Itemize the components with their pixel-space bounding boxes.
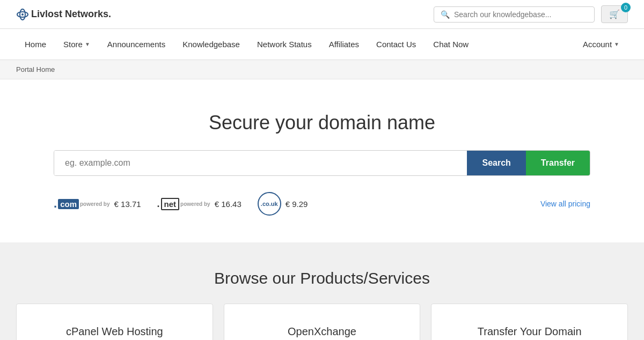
nav-item-knowledgebase[interactable]: Knowledgebase bbox=[174, 29, 248, 60]
nav-label-affiliates: Affiliates bbox=[329, 40, 359, 49]
product-card-openxchange: OpenXchange OX App Suite is powerful Ema… bbox=[224, 304, 421, 340]
nav-label-chat-now: Chat Now bbox=[433, 40, 469, 49]
nav-label-knowledgebase: Knowledgebase bbox=[182, 40, 240, 49]
cart-button[interactable]: 🛒 0 bbox=[601, 5, 628, 23]
knowledgebase-search[interactable]: 🔍 bbox=[434, 6, 595, 23]
product-title-cpanel: cPanel Web Hosting bbox=[33, 326, 196, 338]
svg-point-2 bbox=[21, 13, 24, 16]
net-suffix: powered by bbox=[180, 201, 210, 207]
nav-label-contact-us: Contact Us bbox=[376, 40, 416, 49]
nav-label-store: Store bbox=[63, 40, 83, 49]
hero-section: Secure your domain name Search Transfer … bbox=[0, 79, 644, 242]
nav-item-network-status[interactable]: Network Status bbox=[248, 29, 320, 60]
nav-label-network-status: Network Status bbox=[257, 40, 312, 49]
nav-item-store[interactable]: Store ▼ bbox=[55, 29, 99, 60]
price-net: € 16.43 bbox=[215, 199, 241, 209]
net-dot: . bbox=[157, 198, 160, 210]
nav-label-home: Home bbox=[25, 40, 46, 49]
hero-title: Secure your domain name bbox=[16, 112, 628, 134]
nav-item-announcements[interactable]: Announcements bbox=[99, 29, 174, 60]
pricing-item-couk: .co.uk € 9.29 bbox=[258, 192, 308, 216]
tld-badge-couk: .co.uk bbox=[258, 192, 281, 216]
chevron-down-icon-account: ▼ bbox=[614, 41, 619, 47]
search-icon: 🔍 bbox=[441, 10, 450, 19]
product-title-transfer: Transfer Your Domain bbox=[448, 326, 611, 338]
view-all-pricing-link[interactable]: View all pricing bbox=[540, 199, 590, 208]
com-text: com bbox=[58, 199, 79, 209]
com-suffix: powered by bbox=[80, 201, 110, 207]
tld-pricing-row: .com powered by € 13.71 .net powered by … bbox=[54, 187, 590, 221]
knowledgebase-search-input[interactable] bbox=[454, 10, 588, 19]
domain-search-box: Search Transfer bbox=[54, 150, 590, 176]
pricing-item-com: .com powered by € 13.71 bbox=[54, 197, 141, 211]
breadcrumb-label: Portal Home bbox=[16, 65, 55, 73]
nav-label-account: Account bbox=[583, 40, 612, 49]
nav-item-chat-now[interactable]: Chat Now bbox=[425, 29, 477, 60]
net-text: net bbox=[161, 198, 180, 210]
header-right: 🔍 🛒 0 bbox=[434, 5, 628, 23]
product-title-openxchange: OpenXchange bbox=[240, 326, 404, 338]
nav-item-contact-us[interactable]: Contact Us bbox=[368, 29, 425, 60]
domain-search-input[interactable] bbox=[54, 151, 467, 175]
tld-badge-net: .net powered by bbox=[157, 198, 210, 210]
tld-badge-com: .com powered by bbox=[54, 197, 110, 211]
nav-item-home[interactable]: Home bbox=[16, 29, 55, 60]
products-section: Browse our Products/Services cPanel Web … bbox=[0, 242, 644, 340]
chevron-down-icon: ▼ bbox=[85, 41, 90, 47]
logo-text: Livlost Networks. bbox=[31, 9, 111, 20]
nav-item-affiliates[interactable]: Affiliates bbox=[320, 29, 368, 60]
price-com: € 13.71 bbox=[114, 199, 141, 209]
products-title: Browse our Products/Services bbox=[16, 269, 628, 287]
main-nav: Home Store ▼ Announcements Knowledgebase… bbox=[0, 29, 644, 60]
couk-circle: .co.uk bbox=[258, 192, 281, 216]
logo[interactable]: Livlost Networks. bbox=[16, 8, 111, 21]
cart-icon: 🛒 bbox=[609, 10, 620, 19]
search-button[interactable]: Search bbox=[467, 151, 525, 175]
nav-item-account[interactable]: Account ▼ bbox=[574, 29, 628, 60]
products-grid: cPanel Web Hosting cPanel hosting accoun… bbox=[16, 304, 628, 340]
product-card-cpanel: cPanel Web Hosting cPanel hosting accoun… bbox=[16, 304, 213, 340]
com-dot: . bbox=[54, 197, 57, 211]
header: Livlost Networks. 🔍 🛒 0 bbox=[0, 0, 644, 29]
product-card-transfer: Transfer Your Domain Transfer now to ext… bbox=[431, 304, 628, 340]
transfer-button[interactable]: Transfer bbox=[526, 151, 590, 175]
price-couk: € 9.29 bbox=[286, 199, 308, 209]
nav-label-announcements: Announcements bbox=[107, 40, 165, 49]
pricing-item-net: .net powered by € 16.43 bbox=[157, 198, 241, 210]
logo-icon bbox=[16, 8, 29, 21]
cart-badge: 0 bbox=[621, 3, 631, 12]
breadcrumb: Portal Home bbox=[0, 60, 644, 79]
